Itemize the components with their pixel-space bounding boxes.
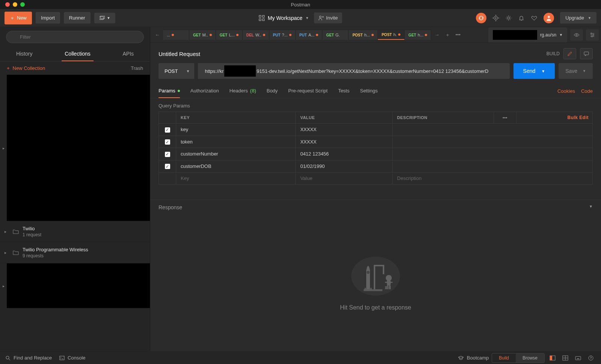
window-dropdown-button[interactable]: ▼ [94, 13, 116, 23]
request-tab[interactable]: GETL... [216, 30, 243, 40]
param-row[interactable]: ✓ customerNumber 0412 123456 [159, 148, 593, 160]
chevron-down-icon[interactable]: ▼ [589, 204, 593, 210]
param-row[interactable]: ✓ key XXXXX [159, 124, 593, 136]
checkbox-icon[interactable]: ✓ [165, 127, 170, 133]
toggle-build[interactable]: Build [492, 353, 516, 362]
edit-button[interactable] [563, 48, 576, 59]
comments-button[interactable] [580, 48, 593, 59]
request-tab[interactable]: DELW.. [243, 30, 269, 40]
request-tab[interactable]: PUTA... [296, 30, 323, 40]
param-key[interactable]: token [176, 136, 296, 148]
tabs-forward-button[interactable]: → [432, 32, 442, 38]
notifications-icon[interactable] [518, 15, 525, 21]
svg-point-9 [507, 17, 510, 19]
import-button[interactable]: Import [36, 12, 60, 24]
tab-prerequest[interactable]: Pre-request Script [288, 84, 328, 98]
tab-headers[interactable]: Headers (8) [230, 84, 256, 98]
param-desc[interactable] [393, 136, 593, 148]
request-tab[interactable]: ... [163, 30, 189, 40]
param-value[interactable]: XXXXX [296, 136, 393, 148]
runner-button[interactable]: Runner [64, 12, 91, 24]
param-desc[interactable] [393, 160, 593, 172]
param-row[interactable]: ✓ customerDOB 01/02/1990 [159, 160, 593, 172]
build-browse-toggle[interactable]: Build Browse [492, 353, 545, 363]
upgrade-button[interactable]: Upgrade ▼ [560, 12, 596, 24]
environment-view-button[interactable] [570, 29, 583, 41]
checkbox-icon[interactable]: ✓ [165, 152, 170, 157]
param-row-new[interactable]: Key Value Description [159, 172, 593, 184]
param-key[interactable]: customerNumber [176, 148, 296, 160]
request-sub-tabs: Params Authorization Headers (8) Body Pr… [150, 84, 601, 98]
trash-button[interactable]: Trash [131, 65, 143, 71]
invite-button[interactable]: Invite [314, 12, 342, 23]
workspace-button[interactable]: My Workspace ▼ [259, 15, 309, 21]
svg-rect-35 [575, 356, 581, 360]
tab-collections[interactable]: Collections [62, 47, 93, 61]
sidebar-item-twilio-wireless[interactable]: ▸ Twilio Programmable Wireless 9 request… [0, 242, 150, 263]
tab-authorization[interactable]: Authorization [190, 84, 219, 98]
user-avatar[interactable] [544, 13, 554, 23]
bulk-edit-link[interactable]: Bulk Edit [516, 112, 592, 124]
cookies-link[interactable]: Cookies [557, 88, 575, 94]
checkbox-icon[interactable]: ✓ [165, 139, 170, 145]
param-key[interactable]: customerDOB [176, 160, 296, 172]
param-desc[interactable] [393, 148, 593, 160]
param-value-placeholder[interactable]: Value [296, 172, 393, 184]
tab-tests[interactable]: Tests [338, 84, 349, 98]
param-row[interactable]: ✓ token XXXXX [159, 136, 593, 148]
environment-settings-button[interactable] [586, 29, 599, 41]
new-button[interactable]: ＋ New [5, 12, 32, 24]
param-value[interactable]: XXXXX [296, 124, 393, 136]
request-tab[interactable]: POSTh... [349, 30, 378, 40]
minimize-window-icon[interactable] [13, 2, 17, 7]
request-tab[interactable]: GETh... [405, 30, 431, 40]
url-input[interactable]: https://kr 9151-dev.twil.io/getNextNumbe… [198, 63, 509, 79]
request-tab[interactable]: GETM.. [189, 30, 216, 40]
keyboard-shortcuts-icon[interactable] [573, 353, 583, 362]
maximize-window-icon[interactable] [20, 2, 25, 7]
tab-body[interactable]: Body [267, 84, 278, 98]
tab-params[interactable]: Params [159, 84, 180, 98]
checkbox-icon[interactable]: ✓ [165, 164, 170, 169]
request-tab[interactable]: PUT?... [269, 30, 296, 40]
param-desc[interactable] [393, 124, 593, 136]
new-collection-button[interactable]: + New Collection [7, 65, 45, 71]
tabs-back-button[interactable]: ← [153, 32, 162, 38]
param-key-placeholder[interactable]: Key [176, 172, 296, 184]
console-button[interactable]: Console [59, 355, 86, 361]
sidebar-filter-input[interactable] [6, 31, 144, 43]
close-window-icon[interactable] [5, 2, 10, 7]
param-key[interactable]: key [176, 124, 296, 136]
tabs-more-button[interactable]: ••• [453, 32, 463, 38]
workspace-label: My Workspace [268, 15, 302, 21]
environment-select[interactable]: rg.au/sn ▼ [488, 27, 567, 42]
method-select[interactable]: POST ▼ [159, 63, 194, 79]
svg-point-6 [320, 16, 322, 18]
layout-icon[interactable] [560, 353, 570, 362]
tab-apis[interactable]: APIs [120, 47, 137, 61]
sidebar-item-twilio[interactable]: ▸ Twilio 1 request [0, 221, 150, 242]
request-tab[interactable]: GETG. [322, 30, 349, 40]
new-tab-button[interactable]: ＋ [442, 32, 452, 38]
code-link[interactable]: Code [581, 88, 593, 94]
help-icon[interactable] [586, 353, 596, 362]
request-tab-active[interactable]: POSTh. [378, 30, 405, 40]
param-value[interactable]: 0412 123456 [296, 148, 393, 160]
toggle-browse[interactable]: Browse [516, 353, 544, 362]
heart-icon[interactable] [531, 15, 538, 21]
header-more[interactable]: ••• [494, 112, 516, 124]
param-value[interactable]: 01/02/1990 [296, 160, 393, 172]
find-replace-button[interactable]: Find and Replace [5, 355, 52, 361]
settings-icon[interactable] [505, 15, 512, 21]
save-button[interactable]: Save ▼ [559, 63, 593, 79]
bootcamp-button[interactable]: Bootcamp [458, 355, 489, 361]
tab-history[interactable]: History [13, 47, 36, 61]
send-button[interactable]: Send ▼ [513, 63, 555, 79]
two-pane-icon[interactable] [548, 353, 557, 362]
tab-settings[interactable]: Settings [360, 84, 378, 98]
collection-count: 9 requests [23, 253, 88, 258]
sync-button[interactable] [476, 13, 486, 23]
capture-icon[interactable] [492, 15, 499, 21]
sidebar-action-row: + New Collection Trash [0, 62, 150, 75]
param-desc-placeholder[interactable]: Description [393, 172, 593, 184]
